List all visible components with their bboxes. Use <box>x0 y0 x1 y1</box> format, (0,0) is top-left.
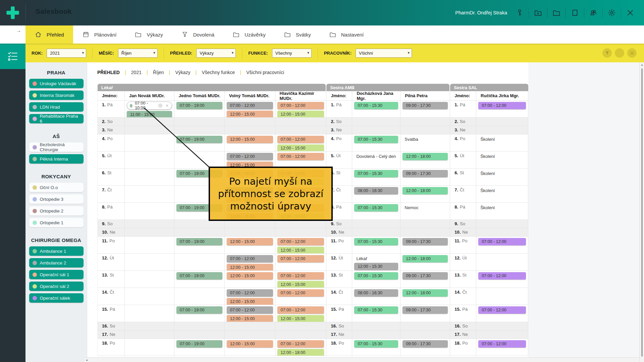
sidebar-item-operacni-salek[interactable]: Operační sálek <box>29 293 84 303</box>
sidebar-item-bezbolestna-chirurgie[interactable]: Bezbolestná Chirurgie <box>29 142 84 152</box>
shift-badge[interactable]: 07:00 - 12:00 <box>227 289 273 297</box>
sidebar-item-ambulance-1[interactable]: Ambulance 1 <box>29 246 84 256</box>
shift-badge[interactable]: 12:00 - 15:00 <box>227 111 273 117</box>
shift-badge[interactable]: 07:00 - 12:00 <box>277 136 324 143</box>
filter-select-rok[interactable]: 2021▾ <box>47 49 86 58</box>
close-icon[interactable] <box>626 8 635 17</box>
shift-badge[interactable]: 12:00 - 15:00 <box>227 238 273 245</box>
sidebar-item-ldn-hrad[interactable]: LDN Hrad <box>29 102 84 112</box>
forward-arrow-icon[interactable]: → <box>16 27 21 33</box>
print-button[interactable] <box>615 48 624 58</box>
schedule-entry-text[interactable]: Svatba <box>400 134 450 142</box>
horizontal-scrollbar[interactable]: ◂ <box>85 357 639 362</box>
sidebar-item-urologie-vaclavak[interactable]: Urologie Václavák <box>29 79 84 88</box>
tab-dovolena[interactable]: Dovolená <box>172 25 223 44</box>
shift-badge[interactable]: 07:00 - 12:00 <box>478 238 526 245</box>
shift-badge[interactable]: 07:00 - 15:30 <box>354 102 398 109</box>
shift-badge[interactable]: 07:00 - 12:00 <box>227 255 273 262</box>
shift-badge[interactable]: 12:00 - 15:00 <box>227 272 273 280</box>
shift-badge[interactable]: 09:00 - 17:30 <box>402 340 448 348</box>
scroll-up-icon[interactable]: ▲ <box>640 63 644 66</box>
tab-nastaveni[interactable]: Nastavení <box>320 25 373 44</box>
shift-badge[interactable]: 07:00 - 12:00 <box>478 340 526 348</box>
sidebar-item-ortopedie-1[interactable]: Ortopedie 1 <box>29 218 84 227</box>
checklist-menu-button[interactable] <box>0 44 25 69</box>
shift-badge[interactable]: 07:00 - 12:00 <box>478 272 526 280</box>
shift-badge[interactable]: 12:00 - 15:00 <box>277 315 324 322</box>
filter-select-pracovník[interactable]: Všichni▾ <box>356 49 412 58</box>
shift-badge[interactable]: 08:00 - 16:30 <box>354 289 398 297</box>
shift-badge[interactable]: 07:00 - 12:00 <box>277 340 324 348</box>
schedule-entry-text[interactable]: Školení <box>476 169 528 176</box>
schedule-entry-text[interactable]: Školení <box>476 152 528 159</box>
shift-badge[interactable]: 07:00 - 15:30 <box>354 272 398 280</box>
sidebar-item-ocni-o-o[interactable]: Oční O.o <box>29 183 84 192</box>
shift-badge[interactable]: 12:00 - 18:00 <box>277 349 324 356</box>
shift-badge[interactable]: 12:00 - 15:00 <box>277 281 324 288</box>
shift-badge[interactable]: 07:00 - 19:00 <box>176 272 222 280</box>
sidebar-item-operacni-sal-1[interactable]: Operační sál 1 <box>29 270 84 279</box>
gear-icon[interactable] <box>607 8 616 17</box>
folder-n-icon[interactable]: N <box>534 8 542 17</box>
filter-select-funkce[interactable]: Všechny▾ <box>272 49 312 58</box>
shift-badge-hover[interactable]: 07:00 - 10:00 <box>127 102 172 110</box>
shift-badge[interactable]: 12:00 - 15:00 <box>227 340 273 348</box>
shift-badge[interactable]: 07:00 - 12:00 <box>277 306 324 314</box>
menu-button[interactable] <box>627 48 637 58</box>
schedule-entry-text[interactable]: Lékař <box>352 254 400 261</box>
users-icon[interactable] <box>589 8 598 17</box>
schedule-entry-text[interactable]: Školení <box>476 186 528 193</box>
sidebar-item-ortopedie-2[interactable]: Ortopedie 2 <box>29 206 84 216</box>
tab-vykazy[interactable]: Výkazy <box>125 25 172 44</box>
shift-badge[interactable]: 12:00 - 18:00 <box>402 289 448 297</box>
shift-badge[interactable]: 07:00 - 15:30 <box>354 204 398 212</box>
shift-badge[interactable]: 12:00 - 15:00 <box>277 111 324 117</box>
shift-badge[interactable]: 07:00 - 15:30 <box>354 238 398 245</box>
vertical-scrollbar[interactable]: ▲ <box>639 62 644 362</box>
schedule-entry-text[interactable]: Nemoc <box>400 203 450 210</box>
shift-badge[interactable]: 11:00 - 15:00 <box>127 111 172 117</box>
schedule-entry-text[interactable]: Školení <box>476 134 528 142</box>
folder-icon[interactable] <box>552 8 561 17</box>
shift-badge[interactable]: 12:00 - 18:00 <box>402 153 448 160</box>
shift-badge[interactable]: 12:00 - 18:00 <box>402 255 448 262</box>
tab-planovani[interactable]: Plánování <box>73 25 126 44</box>
sidebar-item-ortopedie-3[interactable]: Ortopedie 3 <box>29 194 84 204</box>
schedule-entry-text[interactable]: Dovolená - Celý den <box>352 152 400 159</box>
shift-badge[interactable]: 09:00 - 17:30 <box>402 272 448 280</box>
vertical-scrollbar-thumb[interactable] <box>641 68 643 357</box>
clock-icon[interactable] <box>158 103 163 108</box>
sidebar-item-pekna-interna[interactable]: Pěkná Interna <box>29 154 84 164</box>
shift-badge[interactable]: 07:00 - 19:00 <box>176 306 222 314</box>
scroll-left-icon[interactable]: ◂ <box>86 358 88 362</box>
sidebar-item-rehabilitace-praha-6[interactable]: Rehabilitace Praha 6 <box>29 114 84 123</box>
shift-badge[interactable]: 07:00 - 12:00 <box>277 238 324 245</box>
tab-uzaverky[interactable]: Uzávěrky <box>223 25 275 44</box>
filter-button[interactable] <box>602 48 612 58</box>
shift-badge[interactable]: 07:00 - 12:00 <box>277 289 324 297</box>
shift-badge[interactable]: 12:00 - 15:00 <box>277 247 324 253</box>
shift-badge[interactable]: 09:00 - 17:30 <box>402 170 448 177</box>
filter-select-měsíc[interactable]: Říjen▾ <box>118 49 158 58</box>
shift-badge[interactable]: 09:00 - 17:30 <box>402 306 448 314</box>
shift-badge[interactable]: 12:00 - 15:00 <box>227 298 273 305</box>
shift-badge[interactable]: 12:00 - 15:30 <box>354 263 398 270</box>
shift-badge[interactable]: 12:00 - 15:00 <box>277 144 324 151</box>
shift-badge[interactable]: 07:00 - 12:00 <box>227 153 273 160</box>
shift-badge[interactable]: 07:00 - 12:00 <box>478 102 526 109</box>
shift-badge[interactable]: 12:00 - 15:00 <box>227 136 273 143</box>
shift-badge[interactable]: 07:00 - 12:00 <box>277 153 324 160</box>
shift-badge[interactable]: 07:00 - 19:00 <box>176 102 222 109</box>
shift-badge[interactable]: 08:00 - 16:30 <box>354 187 398 194</box>
shift-badge[interactable]: 07:00 - 12:00 <box>227 102 273 109</box>
shift-badge[interactable]: 07:00 - 15:30 <box>354 340 398 348</box>
shift-badge[interactable]: 07:00 - 19:00 <box>176 340 222 348</box>
filter-select-přehled[interactable]: Výkazy▾ <box>196 49 236 58</box>
shift-badge[interactable]: 09:00 - 17:30 <box>402 238 448 245</box>
tab-svatky[interactable]: Svátky <box>275 25 320 44</box>
shift-badge[interactable]: 07:00 - 15:30 <box>354 136 398 143</box>
shift-badge[interactable]: 07:00 - 12:00 <box>227 306 273 314</box>
shift-badge[interactable]: 07:00 - 15:30 <box>354 170 398 177</box>
sidebar-item-operacni-sal-2[interactable]: Operační sál 2 <box>29 282 84 291</box>
key-icon[interactable] <box>515 8 524 17</box>
